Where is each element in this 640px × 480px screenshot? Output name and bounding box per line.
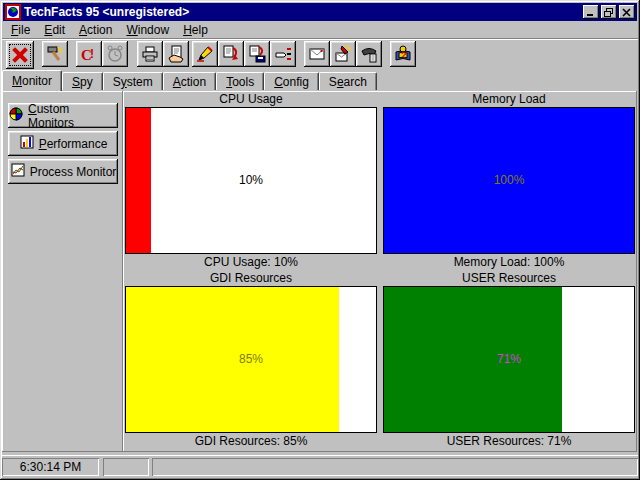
menu-divider bbox=[2, 38, 638, 40]
help-icon: ? bbox=[393, 44, 413, 64]
app-icon bbox=[5, 4, 21, 20]
gdi-resources-caption: GDI Resources: 85% bbox=[125, 433, 377, 450]
tab-search[interactable]: Search bbox=[319, 72, 377, 90]
compose-mail-button[interactable] bbox=[330, 41, 356, 67]
timer-icon bbox=[105, 44, 125, 64]
save-file-button[interactable] bbox=[244, 41, 270, 67]
mail-button[interactable] bbox=[304, 41, 330, 67]
memory-load-value: 100% bbox=[384, 173, 634, 187]
write-button[interactable] bbox=[192, 41, 218, 67]
restore-button[interactable] bbox=[601, 5, 617, 19]
save-report-button[interactable] bbox=[218, 41, 244, 67]
timer-button[interactable] bbox=[102, 41, 128, 67]
window-title: TechFacts 95 <unregistered> bbox=[24, 5, 583, 19]
tab-strip: Monitor Spy System Action Tools Config S… bbox=[2, 70, 638, 91]
tab-system[interactable]: System bbox=[103, 72, 163, 90]
print-button[interactable] bbox=[137, 41, 163, 67]
gdi-resources-title: GDI Resources bbox=[125, 271, 377, 286]
titlebar: TechFacts 95 <unregistered> bbox=[3, 3, 637, 21]
user-resources-caption: USER Resources: 71% bbox=[383, 433, 635, 450]
dial-button[interactable] bbox=[356, 41, 382, 67]
custom-monitors-button[interactable]: Custom Monitors bbox=[8, 103, 118, 128]
process-monitor-label: Process Monitor bbox=[30, 165, 117, 179]
clock-text: 6:30:14 PM bbox=[20, 460, 81, 474]
compose-mail-icon bbox=[333, 44, 353, 64]
custom-monitors-label: Custom Monitors bbox=[28, 102, 118, 130]
options-button[interactable] bbox=[270, 41, 296, 67]
menu-file[interactable]: File bbox=[4, 22, 37, 38]
tab-monitor[interactable]: Monitor bbox=[2, 70, 62, 91]
user-resources-gauge: 71% bbox=[383, 286, 635, 433]
menu-edit[interactable]: Edit bbox=[37, 22, 72, 38]
gdi-resources-gauge: 85% bbox=[125, 286, 377, 433]
tools-hammer-icon bbox=[45, 44, 65, 64]
menubar: File Edit Action Window Help bbox=[3, 22, 637, 38]
statusbar: 6:30:14 PM bbox=[2, 455, 638, 476]
bar-chart-icon bbox=[19, 134, 35, 153]
clock-pane: 6:30:14 PM bbox=[2, 458, 99, 476]
phone-icon bbox=[359, 44, 379, 64]
cpu-usage-gauge: 10% bbox=[125, 107, 377, 254]
svg-text:!: ! bbox=[90, 47, 94, 61]
tools-button[interactable] bbox=[42, 41, 68, 67]
close-button[interactable] bbox=[619, 5, 635, 19]
pen-icon bbox=[195, 44, 215, 64]
sidebar: Custom Monitors Performance Process Moni… bbox=[2, 91, 123, 452]
app-window: TechFacts 95 <unregistered> File Edit Ac… bbox=[0, 0, 640, 480]
toolbar: C ! bbox=[2, 41, 638, 69]
status-pane-message bbox=[152, 458, 638, 476]
user-resources-quadrant: USER Resources 71% USER Resources: 71% bbox=[383, 271, 635, 450]
menu-action[interactable]: Action bbox=[72, 22, 119, 38]
menu-help[interactable]: Help bbox=[176, 22, 215, 38]
printer-icon bbox=[140, 44, 160, 64]
refresh-icon: C ! bbox=[79, 44, 99, 64]
line-chart-icon bbox=[10, 162, 26, 181]
performance-label: Performance bbox=[39, 137, 108, 151]
menu-window[interactable]: Window bbox=[119, 22, 176, 38]
user-resources-title: USER Resources bbox=[383, 271, 635, 286]
minimize-button[interactable] bbox=[583, 5, 599, 19]
process-monitor-button[interactable]: Process Monitor bbox=[8, 159, 118, 184]
svg-text:?: ? bbox=[401, 50, 407, 60]
status-pane-middle bbox=[103, 458, 149, 476]
exit-icon bbox=[10, 45, 30, 65]
user-resources-value: 71% bbox=[384, 352, 634, 366]
gdi-resources-quadrant: GDI Resources 85% GDI Resources: 85% bbox=[125, 271, 377, 450]
envelope-icon bbox=[307, 44, 327, 64]
tab-config[interactable]: Config bbox=[264, 72, 319, 90]
gdi-resources-value: 85% bbox=[126, 352, 376, 366]
exit-button[interactable] bbox=[6, 41, 34, 69]
pie-chart-icon bbox=[8, 106, 24, 125]
tab-tools[interactable]: Tools bbox=[216, 72, 264, 90]
tab-spy[interactable]: Spy bbox=[62, 72, 103, 90]
memory-load-caption: Memory Load: 100% bbox=[383, 254, 635, 271]
refresh-button[interactable]: C ! bbox=[76, 41, 102, 67]
memory-load-gauge: 100% bbox=[383, 107, 635, 254]
cpu-usage-caption: CPU Usage: 10% bbox=[125, 254, 377, 271]
cpu-usage-value: 10% bbox=[126, 173, 376, 187]
monitor-panel: CPU Usage 10% CPU Usage: 10% Memory Load… bbox=[123, 91, 637, 452]
performance-button[interactable]: Performance bbox=[8, 131, 118, 156]
tab-action[interactable]: Action bbox=[163, 72, 216, 90]
save-report-icon bbox=[221, 44, 241, 64]
print-report-button[interactable] bbox=[163, 41, 189, 67]
help-button[interactable]: ? bbox=[390, 41, 416, 67]
memory-load-quadrant: Memory Load 100% Memory Load: 100% bbox=[383, 92, 635, 271]
cpu-usage-title: CPU Usage bbox=[125, 92, 377, 107]
print-report-icon bbox=[166, 44, 186, 64]
memory-load-title: Memory Load bbox=[383, 92, 635, 107]
save-disk-icon bbox=[247, 44, 267, 64]
cpu-usage-quadrant: CPU Usage 10% CPU Usage: 10% bbox=[125, 92, 377, 271]
pointing-hand-icon bbox=[273, 44, 293, 64]
